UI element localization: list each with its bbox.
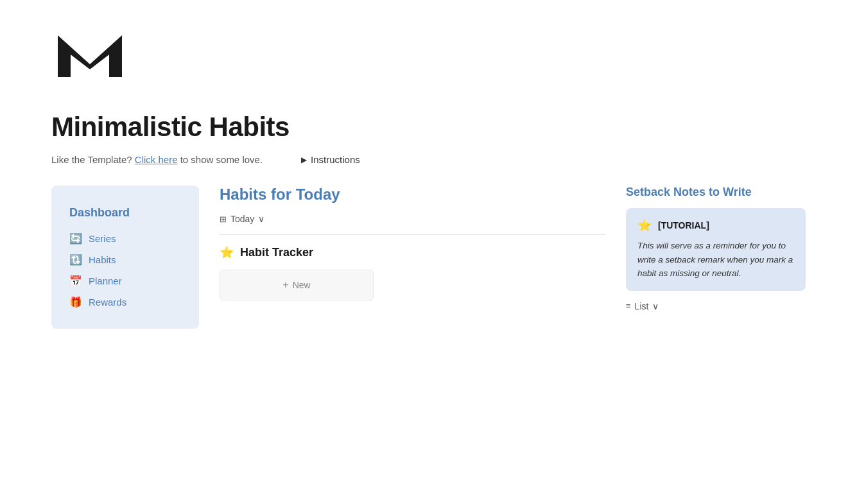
habits-section: Habits for Today ⊞ Today ∨ ⭐ Habit Track…	[220, 186, 605, 300]
sidebar-item-label-habits: Habits	[89, 254, 116, 265]
dashboard-title: Dashboard	[69, 206, 181, 220]
instructions-label: Instructions	[311, 154, 360, 165]
rewards-icon: 🎁	[69, 296, 82, 308]
habit-tracker-label: Habit Tracker	[240, 246, 313, 259]
grid-view-icon: ⊞	[220, 214, 227, 224]
new-plus-icon: +	[282, 279, 288, 291]
m-logo	[51, 26, 128, 83]
setback-card: ⭐ [TUTORIAL] This will serve as a remind…	[626, 208, 806, 291]
habits-section-title: Habits for Today	[220, 186, 605, 204]
subtitle-row: Like the Template? Click here to show so…	[51, 154, 806, 165]
sidebar-item-rewards[interactable]: 🎁 Rewards	[69, 296, 181, 308]
page-container: Minimalistic Habits Like the Template? C…	[0, 0, 857, 354]
sidebar-item-label-rewards: Rewards	[89, 297, 126, 308]
habit-tracker-row: ⭐ Habit Tracker	[220, 245, 605, 259]
setback-section-title: Setback Notes to Write	[626, 186, 806, 199]
subtitle-link[interactable]: Click here	[135, 154, 178, 165]
habits-view-bar[interactable]: ⊞ Today ∨	[220, 214, 605, 224]
habits-icon: 🔃	[69, 254, 82, 266]
logo-area	[51, 26, 806, 86]
setback-card-body: This will serve as a reminder for you to…	[637, 239, 794, 281]
setback-star-icon: ⭐	[637, 218, 652, 232]
habits-view-label: Today	[230, 214, 254, 224]
chevron-down-icon: ∨	[258, 214, 264, 224]
sidebar-item-series[interactable]: 🔄 Series	[69, 232, 181, 245]
subtitle-text: Like the Template? Click here to show so…	[51, 154, 263, 165]
list-chevron-down-icon: ∨	[652, 301, 659, 311]
setback-section: Setback Notes to Write ⭐ [TUTORIAL] This…	[626, 186, 806, 311]
habit-tracker-star-icon: ⭐	[220, 245, 234, 259]
subtitle-prefix: Like the Template?	[51, 154, 132, 165]
sidebar-item-habits[interactable]: 🔃 Habits	[69, 254, 181, 266]
setback-card-header: ⭐ [TUTORIAL]	[637, 218, 794, 232]
sidebar-item-label-planner: Planner	[89, 275, 122, 286]
dashboard-items: 🔄 Series 🔃 Habits 📅 Planner 🎁 Rewards	[69, 232, 181, 308]
dashboard-panel: Dashboard 🔄 Series 🔃 Habits 📅 Planner 🎁 …	[51, 186, 199, 329]
main-content: Dashboard 🔄 Series 🔃 Habits 📅 Planner 🎁 …	[51, 186, 806, 329]
instructions-arrow-icon: ▶	[301, 155, 307, 164]
page-title: Minimalistic Habits	[51, 112, 806, 143]
subtitle-suffix: to show some love.	[180, 154, 263, 165]
habits-divider	[220, 234, 605, 235]
sidebar-item-label-series: Series	[89, 233, 116, 244]
instructions-button[interactable]: ▶ Instructions	[301, 154, 360, 165]
series-icon: 🔄	[69, 232, 82, 245]
setback-card-label: [TUTORIAL]	[658, 220, 709, 230]
new-button-label: New	[293, 280, 311, 290]
new-button[interactable]: + New	[220, 270, 374, 300]
setback-list-label: List	[635, 301, 649, 311]
sidebar-item-planner[interactable]: 📅 Planner	[69, 275, 181, 287]
setback-list-button[interactable]: ≡ List ∨	[626, 301, 806, 311]
planner-icon: 📅	[69, 275, 82, 287]
list-icon: ≡	[626, 301, 631, 311]
